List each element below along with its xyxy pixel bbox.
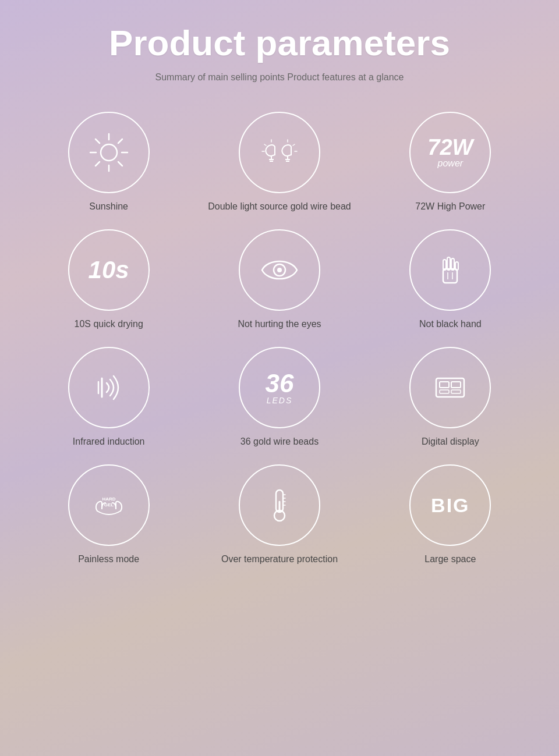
svg-text:HARD: HARD — [102, 496, 115, 502]
temp-label: Over temperature protection — [221, 554, 338, 565]
painless-svg: HARD GEL — [86, 482, 132, 528]
svg-point-0 — [101, 144, 117, 161]
power-text: power — [438, 158, 464, 169]
feature-sunshine: Sunshine — [29, 112, 188, 212]
digital-icon-circle — [409, 347, 491, 428]
svg-point-22 — [277, 268, 282, 272]
36leds-icon-circle: 36 LEDS — [239, 347, 320, 428]
svg-line-5 — [95, 139, 100, 143]
hand-icon-circle — [409, 229, 491, 311]
svg-line-6 — [118, 162, 122, 166]
svg-rect-34 — [451, 382, 461, 388]
feature-double-light: Double light source gold wire bead — [200, 112, 359, 212]
double-light-svg — [256, 129, 303, 176]
72w-text: 72W — [427, 136, 473, 158]
svg-text:GEL: GEL — [104, 502, 114, 507]
svg-line-19 — [293, 144, 295, 145]
sunshine-svg — [86, 129, 132, 176]
feature-painless: HARD GEL Painless mode — [29, 464, 188, 565]
feature-72w: 72W power 72W High Power — [371, 112, 530, 212]
big-text: BIG — [431, 494, 469, 517]
features-grid: Sunshine — [29, 112, 530, 565]
72w-icon-circle: 72W power — [409, 112, 491, 193]
bigspace-label: Large space — [424, 554, 476, 565]
10s-icon-circle: 10s — [68, 229, 150, 311]
svg-rect-33 — [440, 382, 449, 388]
36-number: 36 — [266, 371, 294, 396]
feature-temp: Over temperature protection — [200, 464, 359, 565]
svg-rect-27 — [455, 262, 458, 270]
double-light-icon-circle — [239, 112, 320, 193]
svg-line-7 — [118, 139, 122, 143]
feature-bigspace: BIG Large space — [371, 464, 530, 565]
hand-label: Not black hand — [419, 319, 482, 329]
eye-label: Not hurting the eyes — [238, 319, 321, 329]
svg-rect-36 — [451, 390, 461, 393]
infrared-svg — [86, 364, 132, 411]
feature-infrared: Infrared induction — [29, 347, 188, 447]
leds-text: LEDS — [267, 396, 293, 404]
double-light-label: Double light source gold wire bead — [208, 201, 351, 212]
thermometer-svg — [256, 482, 303, 528]
infrared-icon-circle — [68, 347, 150, 428]
svg-line-13 — [264, 144, 266, 145]
bigspace-icon-circle: BIG — [409, 464, 491, 546]
svg-rect-35 — [440, 390, 449, 393]
feature-eye: Not hurting the eyes — [200, 229, 359, 329]
feature-digital: Digital display — [371, 347, 530, 447]
svg-rect-23 — [443, 269, 457, 283]
page-subtitle: Summary of main selling points Product f… — [155, 72, 404, 83]
36leds-label: 36 gold wire beads — [240, 436, 319, 447]
svg-rect-25 — [447, 257, 450, 270]
feature-hand: Not black hand — [371, 229, 530, 329]
digital-label: Digital display — [422, 436, 479, 447]
digital-svg — [427, 364, 473, 411]
72w-label: 72W High Power — [415, 201, 485, 212]
page-title: Product parameters — [109, 23, 450, 63]
infrared-label: Infrared induction — [73, 436, 145, 447]
painless-label: Painless mode — [78, 554, 139, 565]
feature-10s: 10s 10S quick drying — [29, 229, 188, 329]
eye-svg — [256, 247, 303, 293]
10s-label: 10S quick drying — [75, 319, 143, 329]
hand-svg — [427, 247, 473, 293]
painless-icon-circle: HARD GEL — [68, 464, 150, 546]
sunshine-label: Sunshine — [89, 201, 128, 212]
eye-icon-circle — [239, 229, 320, 311]
sunshine-icon-circle — [68, 112, 150, 193]
svg-line-8 — [95, 162, 100, 166]
10s-text: 10s — [89, 258, 129, 282]
feature-36leds: 36 LEDS 36 gold wire beads — [200, 347, 359, 447]
temp-icon-circle — [239, 464, 320, 546]
